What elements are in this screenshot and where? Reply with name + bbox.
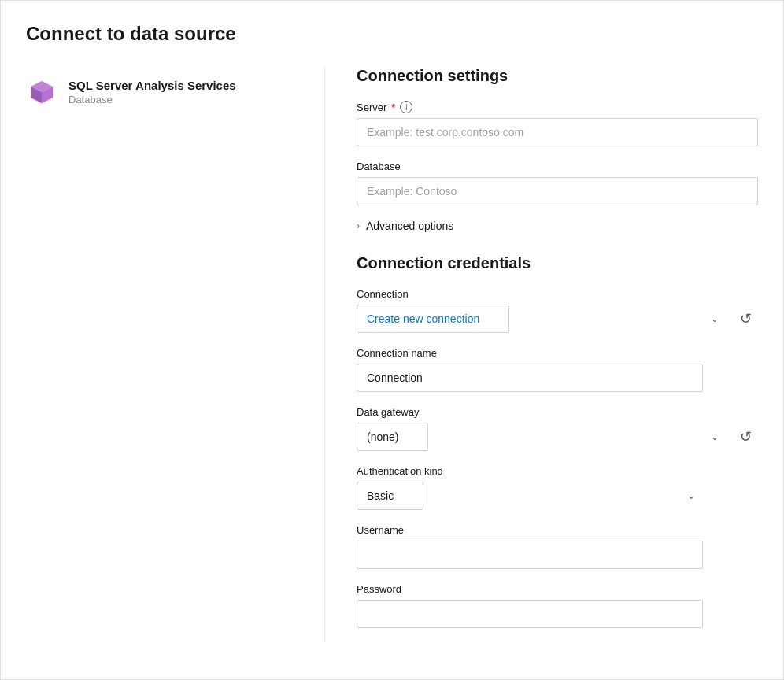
data-gateway-label: Data gateway xyxy=(357,406,420,418)
data-gateway-select-container: (none) ⌄ xyxy=(357,423,727,451)
server-label-row: Server * i xyxy=(357,101,758,113)
connection-label-row: Connection xyxy=(357,288,758,300)
data-gateway-label-row: Data gateway xyxy=(357,406,758,418)
data-gateway-select[interactable]: (none) xyxy=(357,423,428,451)
service-type: Database xyxy=(68,94,236,105)
connection-name-input[interactable] xyxy=(357,364,703,392)
username-label-row: Username xyxy=(357,524,758,536)
connection-select-container: Create new connection ⌄ xyxy=(357,305,727,333)
password-label: Password xyxy=(357,583,401,595)
connection-select[interactable]: Create new connection xyxy=(357,305,509,333)
auth-kind-label: Authentication kind xyxy=(357,465,443,477)
database-field-group: Database xyxy=(357,161,758,205)
server-field-group: Server * i xyxy=(357,101,758,146)
server-required: * xyxy=(391,102,395,113)
connection-select-wrapper: Create new connection ⌄ ↺ xyxy=(357,305,758,333)
advanced-options-toggle[interactable]: › Advanced options xyxy=(357,220,758,232)
database-label: Database xyxy=(357,161,401,172)
left-panel: SQL Server Analysis Services Database xyxy=(26,67,325,642)
data-gateway-refresh-button[interactable]: ↺ xyxy=(733,424,758,449)
database-input[interactable] xyxy=(357,177,758,205)
auth-kind-select[interactable]: Basic xyxy=(357,482,423,510)
page-container: Connect to data source xyxy=(0,0,784,680)
auth-kind-select-container: Basic ⌄ xyxy=(357,482,703,510)
refresh-icon: ↺ xyxy=(740,310,752,327)
connection-credentials-title: Connection credentials xyxy=(357,254,758,272)
auth-kind-chevron-icon: ⌄ xyxy=(687,490,695,501)
password-label-row: Password xyxy=(357,583,758,595)
connection-refresh-button[interactable]: ↺ xyxy=(733,306,758,331)
service-name: SQL Server Analysis Services xyxy=(68,79,236,92)
connection-name-label: Connection name xyxy=(357,347,437,359)
database-label-row: Database xyxy=(357,161,758,172)
data-gateway-field-group: Data gateway (none) ⌄ ↺ xyxy=(357,406,758,451)
main-layout: SQL Server Analysis Services Database Co… xyxy=(26,67,758,642)
auth-kind-label-row: Authentication kind xyxy=(357,465,758,477)
refresh-icon-2: ↺ xyxy=(740,428,752,445)
cube-icon xyxy=(26,76,57,108)
data-gateway-chevron-icon: ⌄ xyxy=(711,431,719,442)
chevron-right-icon: › xyxy=(357,220,360,231)
connection-chevron-icon: ⌄ xyxy=(711,313,719,324)
connection-name-label-row: Connection name xyxy=(357,347,758,359)
data-gateway-select-wrapper: (none) ⌄ ↺ xyxy=(357,423,758,451)
connection-credentials-section: Connection credentials Connection Create… xyxy=(357,254,758,628)
connection-field-group: Connection Create new connection ⌄ ↺ xyxy=(357,288,758,333)
advanced-options-label: Advanced options xyxy=(366,220,453,232)
connection-label: Connection xyxy=(357,288,409,300)
username-input[interactable] xyxy=(357,541,703,569)
password-field-group: Password xyxy=(357,583,758,628)
username-field-group: Username xyxy=(357,524,758,569)
connection-settings-title: Connection settings xyxy=(357,67,758,85)
username-label: Username xyxy=(357,524,404,536)
auth-kind-field-group: Authentication kind Basic ⌄ xyxy=(357,465,758,510)
server-input[interactable] xyxy=(357,118,758,146)
server-info-icon[interactable]: i xyxy=(400,101,412,113)
password-input[interactable] xyxy=(357,600,703,628)
page-title: Connect to data source xyxy=(26,23,758,45)
service-card: SQL Server Analysis Services Database xyxy=(26,67,299,117)
service-info: SQL Server Analysis Services Database xyxy=(68,79,236,105)
connection-settings-section: Connection settings Server * i Database xyxy=(357,67,758,232)
right-panel: Connection settings Server * i Database xyxy=(325,67,758,642)
server-label: Server xyxy=(357,102,386,113)
connection-name-field-group: Connection name xyxy=(357,347,758,392)
